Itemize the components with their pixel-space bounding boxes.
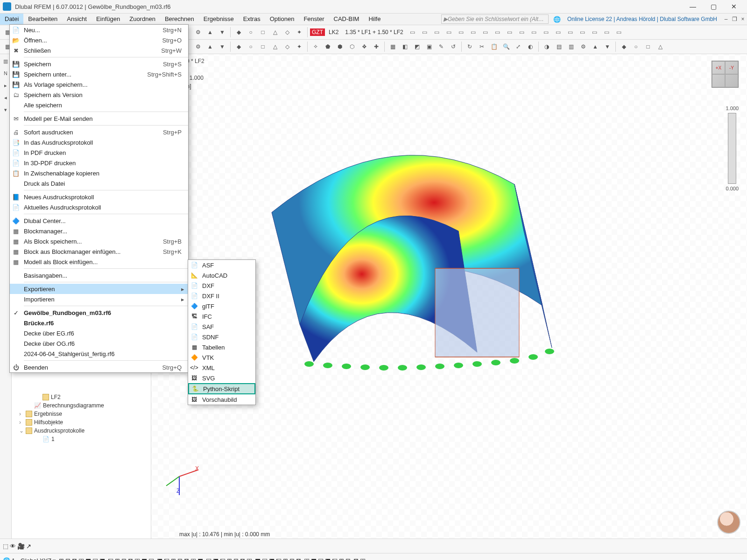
toolbar-button[interactable]: ▭ [553, 27, 564, 38]
toolbar-button[interactable]: ▤ [553, 41, 564, 52]
submenu-item-python-skript[interactable]: 🐍Python-Skript [188, 383, 255, 394]
menu-extras[interactable]: Extras [239, 14, 265, 25]
menu-item[interactable]: ▦Als Block speichern...Strg+B [10, 236, 188, 246]
toolbar-button[interactable]: ⊞ [115, 557, 120, 560]
nav-icon[interactable]: ◂ [1, 93, 10, 102]
toolbar-button[interactable]: ◧ [399, 41, 410, 52]
toolbar-button[interactable]: ⤢ [513, 41, 524, 52]
menu-item[interactable]: 📋In Zwischenablage kopieren [10, 168, 188, 178]
toolbar-button[interactable]: ▥ [565, 41, 577, 52]
toolbar-button[interactable]: ▭ [456, 27, 467, 38]
toolbar-button[interactable]: ⬓ [206, 557, 211, 560]
submenu-item-sdnf[interactable]: 📄SDNF [188, 332, 255, 342]
menu-item[interactable]: 🗂Speichern als Version [10, 90, 188, 100]
menu-item[interactable]: ▦Modell als Block einfügen... [10, 257, 188, 267]
toolbar-button[interactable]: ▭ [529, 27, 540, 38]
toolbar-button[interactable]: ↺ [448, 41, 459, 52]
menu-einfügen[interactable]: Einfügen [92, 14, 125, 25]
toolbar-button[interactable]: ▭ [613, 27, 625, 38]
toolbar-button[interactable]: ⊞ [339, 557, 344, 560]
toolbar-button[interactable]: ⊟ [65, 557, 70, 560]
menu-item[interactable]: 💾Speichern unter...Strg+Shift+S [10, 69, 188, 79]
toolbar-button[interactable]: ⊟ [121, 557, 127, 560]
menu-item[interactable]: 📄In 3D-PDF drucken [10, 158, 188, 168]
toolbar-button[interactable]: ✦ [294, 41, 305, 52]
toolbar-button[interactable]: ▭ [541, 27, 552, 38]
nav-icon[interactable]: ▥ [1, 57, 10, 65]
toolbar-button[interactable]: ⬡ [346, 41, 358, 52]
camera-icon[interactable]: 🎥 [17, 543, 25, 550]
toolbar-button[interactable]: ⬔ [99, 557, 105, 560]
submenu-item-tabellen[interactable]: ▦Tabellen [188, 342, 255, 352]
toolbar-button[interactable]: ❖ [359, 41, 370, 52]
toolbar-button[interactable]: ○ [245, 27, 256, 38]
toolbar-button[interactable]: ⊞ [171, 557, 176, 560]
toolbar-button[interactable]: ⊠ [72, 557, 77, 560]
submenu-item-svg[interactable]: 🖼SVG [188, 373, 255, 383]
toolbar-button[interactable]: ▭ [468, 27, 479, 38]
toolbar-button[interactable]: △ [655, 41, 666, 52]
toolbar-button[interactable]: ▭ [407, 27, 418, 38]
nav-icon[interactable]: N [1, 69, 10, 77]
toolbar-button[interactable]: △ [269, 27, 281, 38]
toolbar-button[interactable]: △ [269, 41, 281, 52]
toolbar-button[interactable]: ⊟ [233, 557, 239, 560]
toolbar-button[interactable]: ◆ [618, 41, 629, 52]
menu-item[interactable]: ▦Blockmanager... [10, 226, 188, 236]
file-menu-dropdown[interactable]: 📄Neu...Strg+N📂Öffnen...Strg+O✖SchließenS… [9, 24, 189, 373]
toolbar-button[interactable]: ◑ [541, 41, 552, 52]
menu-item[interactable]: Brücke.rf6 [10, 318, 188, 328]
menu-bearbeiten[interactable]: Bearbeiten [23, 14, 62, 25]
toolbar-button[interactable]: ⬒ [197, 557, 203, 560]
toolbar-button[interactable]: 📋 [488, 41, 500, 52]
toolbar-button[interactable]: ⬔ [269, 557, 275, 560]
toolbar-button[interactable]: ⬕ [164, 557, 169, 560]
toolbar-button[interactable]: ▲ [590, 41, 601, 52]
toolbar-button[interactable]: ⬒ [255, 557, 261, 560]
toolbar-button[interactable]: ⬕ [332, 557, 338, 560]
toolbar-button[interactable]: ◇ [282, 27, 293, 38]
toolbar-button[interactable]: ⊠ [184, 557, 189, 560]
menu-item[interactable]: 📂Öffnen...Strg+O [10, 35, 188, 45]
toolbar-button[interactable]: □ [257, 41, 268, 52]
toolbar-button[interactable]: ⊟ [345, 557, 351, 560]
toolbar-button[interactable]: ⚙ [192, 27, 204, 38]
toolbar-button[interactable]: ◫ [247, 557, 252, 560]
mdi-restore-button[interactable]: ❐ [730, 16, 739, 22]
menu-ergebnisse[interactable]: Ergebnisse [199, 14, 239, 25]
toolbar-button[interactable]: ▭ [492, 27, 503, 38]
menu-item[interactable]: 2024-06-04_Stahlgerüst_fertig.rf6 [10, 349, 188, 359]
nav-icon[interactable]: ▸ [1, 81, 10, 90]
toolbar-button[interactable]: ◫ [134, 557, 140, 560]
toolbar-button[interactable]: ⬒ [141, 557, 147, 560]
globe-icon[interactable]: 🌐 [3, 557, 10, 560]
navigation-cube[interactable]: +X-Y [712, 61, 739, 88]
menu-item[interactable]: 📄In PDF drucken [10, 147, 188, 158]
toolbar-button[interactable]: ✚ [371, 41, 382, 52]
toolbar-button[interactable]: ▭ [504, 27, 515, 38]
toolbar-button[interactable]: ⚙ [192, 41, 204, 52]
toolbar-button[interactable]: □ [642, 41, 654, 52]
toolbar-button[interactable]: ▦ [387, 41, 398, 52]
minimize-button[interactable]: — [683, 0, 703, 13]
toolbar-button[interactable]: ⊟ [177, 557, 183, 560]
menu-item[interactable]: ✓Gewölbe_Rundbogen_m03.rf6 [10, 308, 188, 318]
toolbar-button[interactable]: ▲ [204, 27, 216, 38]
menu-item[interactable]: 📄Neu...Strg+N [10, 25, 188, 35]
toolbar-button[interactable]: ⊞ [59, 557, 64, 560]
toolbar-button[interactable]: ✎ [436, 41, 447, 52]
menu-item[interactable]: 🔷Dlubal Center... [10, 216, 188, 226]
menu-item[interactable]: Druck als Datei [10, 178, 188, 189]
submenu-item-ifc[interactable]: 🏗IFC [188, 311, 255, 322]
toolbar-button[interactable]: ▲ [204, 41, 216, 52]
walk-icon[interactable]: ↗ [26, 543, 31, 550]
toolbar-button[interactable]: ▣ [423, 41, 435, 52]
export-submenu[interactable]: 📄ASF📐AutoCAD📄DXF📄DXF II🔷glTF🏗IFC📄SAF📄SDN… [188, 259, 256, 405]
toolbar-button[interactable]: ▭ [565, 27, 576, 38]
toolbar-button[interactable]: ⬟ [322, 41, 333, 52]
menu-cad-bim[interactable]: CAD-BIM [329, 14, 364, 25]
toolbar-button[interactable]: ⬕ [276, 557, 282, 560]
menu-fenster[interactable]: Fenster [299, 14, 329, 25]
menu-item[interactable]: Importieren▸ [10, 294, 188, 304]
menu-item[interactable]: 📘Neues Ausdrucksprotokoll [10, 192, 188, 202]
